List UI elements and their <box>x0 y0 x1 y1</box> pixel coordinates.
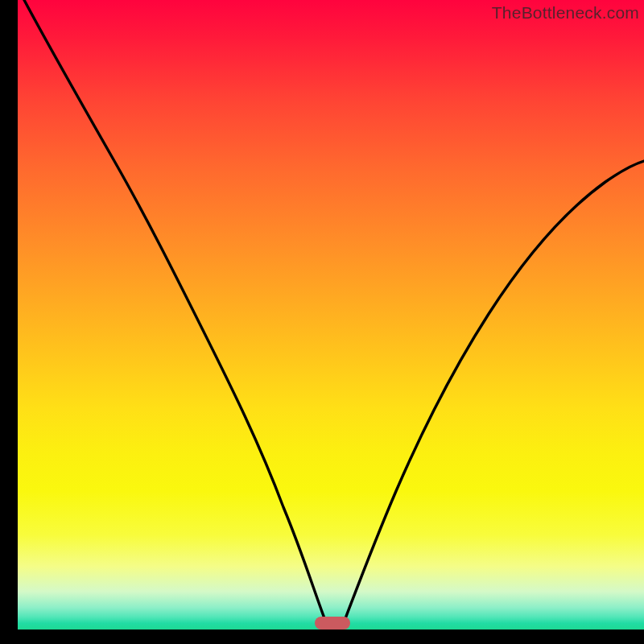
plot-gradient-background <box>18 0 644 630</box>
chart-frame: TheBottleneck.com <box>0 0 644 644</box>
watermark-text: TheBottleneck.com <box>492 3 639 23</box>
min-point-marker <box>315 617 350 630</box>
